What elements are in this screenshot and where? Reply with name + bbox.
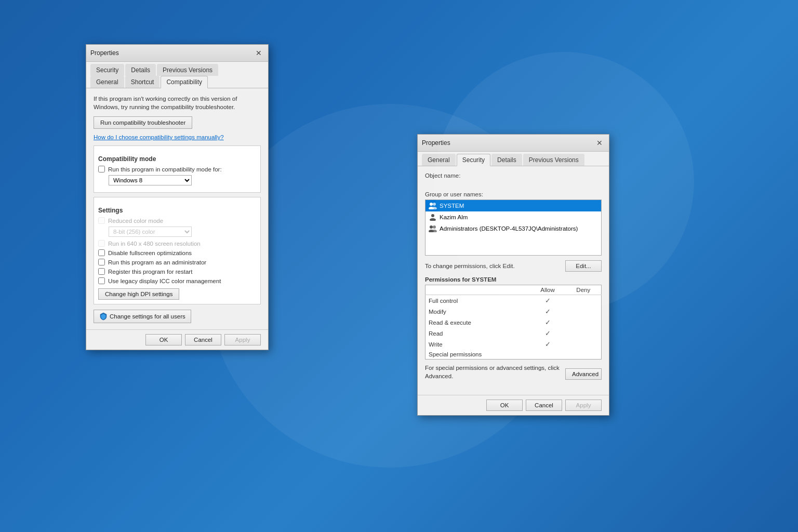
check-icon: ✓	[545, 329, 551, 337]
legacy-icc-checkbox[interactable]	[98, 277, 105, 284]
dialog-title-1: Properties	[90, 49, 119, 57]
group-item-kazim[interactable]: Kazim Alm	[425, 211, 601, 223]
register-restart-label: Register this program for restart	[108, 269, 192, 275]
apply-button-1[interactable]: Apply	[224, 334, 261, 345]
tab-general-2[interactable]: General	[422, 154, 456, 166]
properties-dialog-1: Properties ✕ Security Details Previous V…	[86, 44, 269, 350]
color-depth-select-row: 8-bit (256) color	[109, 227, 256, 237]
compat-mode-label: Compatibility mode	[98, 155, 256, 163]
compat-os-select-row: Windows 8	[109, 175, 256, 185]
permissions-label: Permissions for SYSTEM	[425, 276, 602, 283]
perm-read: Read ✓	[425, 328, 602, 339]
perm-col-header	[425, 285, 530, 295]
change-settings-all-button[interactable]: Change settings for all users	[94, 310, 191, 323]
object-name-label: Object name:	[425, 172, 602, 179]
compat-mode-checkbox[interactable]	[98, 166, 105, 172]
check-icon: ✓	[545, 318, 551, 326]
cancel-button-1[interactable]: Cancel	[185, 334, 221, 345]
cancel-button-2[interactable]: Cancel	[526, 400, 562, 411]
svg-point-5	[430, 218, 436, 221]
check-icon: ✓	[545, 340, 551, 348]
change-dpi-button[interactable]: Change high DPI settings	[98, 288, 179, 300]
perm-special-deny	[566, 350, 602, 360]
admins-icon	[429, 224, 437, 233]
settings-section: Settings Reduced color mode 8-bit (256) …	[94, 197, 261, 304]
group-label: Group or user names:	[425, 191, 602, 197]
properties-dialog-2: Properties ✕ General Security Details Pr…	[417, 134, 609, 416]
close-button-2[interactable]: ✕	[594, 138, 605, 148]
run-as-admin-row: Run this program as an administrator	[98, 259, 256, 265]
svg-point-6	[430, 225, 433, 229]
svg-point-1	[433, 203, 436, 206]
edit-button[interactable]: Edit...	[565, 260, 602, 272]
640x480-label: Run in 640 x 480 screen resolution	[108, 241, 201, 247]
ok-button-1[interactable]: OK	[145, 334, 182, 345]
perm-special: Special permissions	[425, 350, 602, 360]
info-text: If this program isn't working correctly …	[94, 95, 261, 111]
perm-write-allow: ✓	[529, 339, 565, 350]
tab-general-1[interactable]: General	[90, 76, 124, 88]
check-icon: ✓	[545, 297, 551, 304]
advanced-button[interactable]: Advanced	[565, 368, 602, 380]
permissions-table: Allow Deny Full control ✓ Modify ✓ Read …	[425, 285, 602, 360]
tab-details-2[interactable]: Details	[491, 154, 522, 166]
tab-bar-1: Security Details Previous Versions Gener…	[86, 62, 268, 88]
group-item-system[interactable]: SYSTEM	[425, 200, 601, 211]
compat-os-select[interactable]: Windows 8	[109, 175, 192, 185]
register-restart-row: Register this program for restart	[98, 268, 256, 275]
perm-full-control: Full control ✓	[425, 295, 602, 307]
svg-point-0	[430, 203, 433, 206]
compatibility-mode-section: Compatibility mode Run this program in c…	[94, 145, 261, 193]
titlebar-1: Properties ✕	[86, 45, 268, 62]
640x480-checkbox	[98, 240, 105, 247]
dialog-footer-2: OK Cancel Apply	[418, 395, 609, 415]
tab-compatibility-1[interactable]: Compatibility	[161, 76, 208, 88]
ok-button-2[interactable]: OK	[486, 400, 523, 411]
group-list: SYSTEM Kazim Alm	[425, 200, 602, 256]
fullscreen-opt-checkbox[interactable]	[98, 249, 105, 256]
perm-modify-name: Modify	[425, 306, 530, 317]
tab-previous-versions-1[interactable]: Previous Versions	[157, 64, 218, 76]
tab-shortcut-1[interactable]: Shortcut	[125, 76, 160, 88]
tab-details-1[interactable]: Details	[125, 64, 156, 76]
system-icon	[429, 202, 437, 210]
dialog-content-2: Object name: Group or user names: SYSTEM	[418, 166, 609, 395]
perm-write: Write ✓	[425, 339, 602, 350]
advanced-note: For special permissions or advanced sett…	[425, 364, 565, 380]
compat-mode-checkbox-row: Run this program in compatibility mode f…	[98, 166, 256, 172]
perm-modify-allow: ✓	[529, 306, 565, 317]
close-button-1[interactable]: ✕	[254, 48, 264, 58]
perm-read-execute-name: Read & execute	[425, 317, 530, 328]
manual-settings-link[interactable]: How do I choose compatibility settings m…	[94, 134, 261, 140]
perm-special-allow	[529, 350, 565, 360]
perm-full-control-name: Full control	[425, 295, 530, 307]
tab-bar-2: General Security Details Previous Versio…	[418, 152, 609, 166]
tab-previous-versions-2[interactable]: Previous Versions	[523, 154, 584, 166]
tab-security-2[interactable]: Security	[457, 154, 490, 166]
check-icon: ✓	[545, 308, 551, 315]
kazim-name: Kazim Alm	[440, 214, 468, 220]
svg-point-7	[433, 225, 436, 229]
advanced-row: For special permissions or advanced sett…	[425, 364, 602, 384]
perm-full-control-allow: ✓	[529, 295, 565, 307]
group-item-admins[interactable]: Administrators (DESKTOP-4L537JQ\Administ…	[425, 223, 601, 234]
perm-read-deny	[566, 328, 602, 339]
settings-label: Settings	[98, 207, 256, 214]
perm-read-allow: ✓	[529, 328, 565, 339]
perm-read-execute: Read & execute ✓	[425, 317, 602, 328]
apply-button-2[interactable]: Apply	[565, 400, 602, 411]
admins-name: Administrators (DESKTOP-4L537JQ\Administ…	[440, 225, 578, 232]
perm-read-execute-deny	[566, 317, 602, 328]
reduced-color-row: Reduced color mode	[98, 217, 256, 224]
perm-write-deny	[566, 339, 602, 350]
perm-write-name: Write	[425, 339, 530, 350]
perm-full-control-deny	[566, 295, 602, 307]
perm-modify: Modify ✓	[425, 306, 602, 317]
run-as-admin-checkbox[interactable]	[98, 259, 105, 265]
dialog-footer-1: OK Cancel Apply	[86, 329, 268, 350]
register-restart-checkbox[interactable]	[98, 268, 105, 275]
tab-security-1[interactable]: Security	[90, 64, 124, 76]
troubleshooter-button[interactable]: Run compatibility troubleshooter	[94, 116, 192, 129]
640x480-row: Run in 640 x 480 screen resolution	[98, 240, 256, 247]
color-depth-select: 8-bit (256) color	[109, 227, 192, 237]
